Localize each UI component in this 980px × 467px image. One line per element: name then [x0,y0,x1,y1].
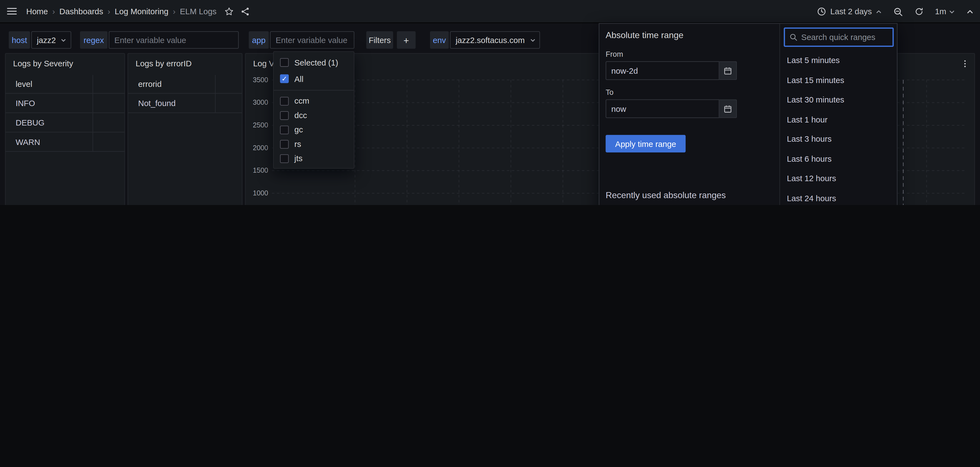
chevron-down-icon [530,37,536,43]
breadcrumb-current-dashboard: ELM Logs [180,6,216,16]
checkbox-icon [280,74,289,83]
severity-table: level INFO DEBUG WARN [6,75,124,152]
app-dropdown-options: ccm dcc gc rs jt [274,94,354,165]
env-variable-label: env [430,31,449,49]
dropdown-option-label: jts [294,154,303,163]
level-cell: DEBUG [6,113,93,132]
errorid-table-body: Not_found [128,94,242,113]
dropdown-option[interactable]: dcc [274,108,354,122]
table-header-row: errorid [128,75,242,94]
share-icon[interactable] [241,6,250,16]
panel-title[interactable]: Logs by Severity [13,59,73,68]
adhoc-filters-label[interactable]: Filters [366,31,393,49]
value-cell [93,132,124,151]
svg-text:1500: 1500 [253,166,268,174]
time-range-picker-button[interactable]: Last 2 days [817,7,882,16]
navbar-actions: Last 2 days 1m [817,0,974,23]
table-row: DEBUG [6,113,124,133]
time-picker-overlay: Absolute time range From To Apply time r… [599,23,898,205]
from-label: From [606,50,769,59]
breadcrumb-dashboards[interactable]: Dashboards [59,6,103,16]
refresh-icon[interactable] [915,7,924,16]
dropdown-option[interactable]: gc [274,122,354,137]
app-variable-label: app [249,31,269,49]
svg-text:2500: 2500 [253,121,268,129]
quick-ranges-section: Last 5 minutes Last 15 minutes Last 30 m… [779,24,897,205]
value-cell [93,94,124,112]
env-variable-value[interactable]: jazz2.softacus.com [450,31,540,49]
dropdown-option-label: All [294,74,304,83]
zoom-out-icon[interactable] [893,6,903,16]
panel-menu-icon[interactable] [961,59,969,68]
checkbox-icon [280,97,289,105]
table-row: WARN [6,132,124,152]
errorid-table: errorid Not_found [128,75,242,113]
svg-text:3000: 3000 [253,98,268,106]
breadcrumb-home[interactable]: Home [26,6,48,16]
quick-range-item[interactable]: Last 15 minutes [780,70,898,90]
regex-variable-input[interactable] [115,35,233,44]
dropdown-option[interactable]: ccm [274,94,354,108]
checkbox-icon [280,125,289,134]
calendar-icon[interactable] [719,61,737,80]
panel-title[interactable]: Logs by errorID [136,59,192,68]
refresh-interval-label: 1m [935,7,946,16]
quick-range-item[interactable]: Last 3 hours [780,129,898,149]
app-variable-dropdown: Selected (1) All ccm dcc [273,51,354,169]
env-variable-value-text: jazz2.softacus.com [456,35,525,44]
quick-range-item[interactable]: Last 24 hours [780,188,898,205]
checkbox-icon [280,154,289,163]
regex-variable-input-wrap [109,31,239,49]
host-variable-value[interactable]: jazz2 [31,31,71,49]
recently-used-title: Recently used absolute ranges [606,190,769,200]
checkbox-icon [280,58,289,67]
checkbox-icon [280,111,289,120]
errorid-cell: Not_found [128,94,216,112]
dropdown-option-label: ccm [294,96,309,105]
dropdown-option[interactable]: Selected (1) [274,54,354,70]
host-variable-label: host [9,31,30,49]
quick-range-item[interactable]: Last 6 hours [780,149,898,169]
column-header-errorid[interactable]: errorid [128,75,216,93]
dropdown-option[interactable]: jts [274,151,354,165]
star-icon[interactable] [224,6,234,16]
quick-range-item[interactable]: Last 1 hour [780,110,898,129]
svg-text:3500: 3500 [253,76,268,84]
dropdown-option[interactable]: rs [274,137,354,151]
dropdown-option-label: rs [294,139,301,149]
refresh-interval-dropdown[interactable]: 1m [935,7,955,16]
clock-icon [817,7,826,16]
absolute-time-range-section: Absolute time range From To Apply time r… [600,24,779,205]
dropdown-divider [274,90,354,91]
collapse-chevron-up-icon[interactable] [966,8,974,15]
quick-range-item[interactable]: Last 12 hours [780,168,898,188]
chevron-down-icon [61,37,67,43]
grafana-dashboard: Home › Dashboards › Log Monitoring › ELM… [0,0,980,205]
app-variable-input[interactable] [275,35,349,44]
dropdown-option[interactable]: All [274,71,354,87]
time-range-label: Last 2 days [830,7,872,16]
search-icon [789,33,798,41]
quick-range-item[interactable]: Last 30 minutes [780,90,898,110]
hamburger-menu-icon[interactable] [6,6,18,17]
to-input[interactable] [606,99,719,118]
severity-table-body: INFO DEBUG WARN [6,94,124,152]
apply-time-range-button[interactable]: Apply time range [606,135,686,152]
level-cell: WARN [6,132,93,151]
dropdown-option-label: gc [294,125,303,134]
quick-ranges-list: Last 5 minutes Last 15 minutes Last 30 m… [780,51,898,205]
quick-range-search-input[interactable] [801,33,888,42]
checkbox-icon [280,140,289,148]
from-input[interactable] [606,61,719,80]
add-filter-button[interactable]: + [397,31,415,49]
panel-logs-by-errorid: Logs by errorID errorid Not_found Total [127,53,242,205]
breadcrumb-separator: › [108,6,110,16]
breadcrumb-folder[interactable]: Log Monitoring [115,6,169,16]
value-cell [216,94,242,112]
table-row: Not_found [128,94,242,113]
regex-variable-label: regex [80,31,108,49]
column-header-level[interactable]: level [6,75,93,93]
chevron-down-icon [949,8,955,15]
quick-range-item[interactable]: Last 5 minutes [780,51,898,70]
calendar-icon[interactable] [719,99,737,118]
